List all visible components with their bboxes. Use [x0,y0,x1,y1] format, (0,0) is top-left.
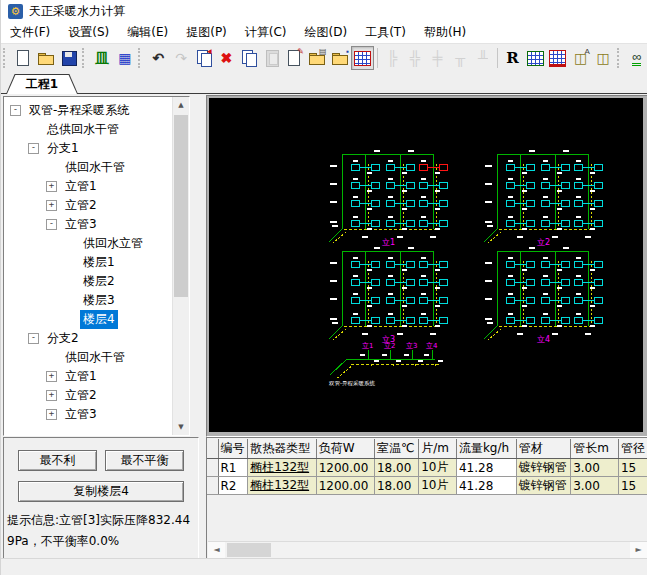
cell-管长m[interactable]: 3.00 [571,459,619,477]
radiator-count-button[interactable]: R [501,46,524,70]
row-header[interactable] [207,459,218,477]
tree-item-楼层1[interactable]: 楼层1 [4,253,173,272]
cell-片/m[interactable]: 10片 [419,459,457,477]
align-riser-button[interactable]: ╬ [404,46,427,70]
menu-item-3[interactable]: 提图(P) [177,22,236,43]
cell-负荷W[interactable]: 1200.00 [316,459,374,477]
collapse-icon[interactable]: - [28,143,39,154]
collapse-icon[interactable]: - [10,105,21,116]
radiator-table-button[interactable]: 皿 [91,46,114,70]
col-header-8[interactable]: 管径 [618,439,647,459]
lower-pipe-button[interactable]: ╥ [449,46,472,70]
calc-radiator-button[interactable] [524,46,547,70]
tree-item-楼层4[interactable]: 楼层4 [4,310,173,329]
cell-散热器类型[interactable]: 椭柱132型 [248,459,316,477]
table-hscrollbar[interactable]: ◄ ► [208,541,647,558]
tree-item-双管-异程采暖系统[interactable]: -双管-异程采暖系统 [4,101,173,120]
tab-project1[interactable]: 工程1 [6,74,78,94]
edit-data-button[interactable]: ✎ [283,46,306,70]
expand-icon[interactable]: + [46,390,57,401]
new-file-button[interactable] [12,46,35,70]
tree-scroll-thumb[interactable] [174,115,188,297]
copy-floor-button[interactable]: 复制楼层4 [18,481,184,502]
col-header-5[interactable]: 流量kg/h [456,439,516,459]
cell-编号[interactable]: R2 [218,477,248,495]
table-scroll-thumb[interactable] [227,543,271,557]
collapse-icon[interactable]: - [46,219,57,230]
tree-scrollbar[interactable]: ▲ ▼ [172,97,189,435]
col-header-1[interactable]: 散热器类型 [248,439,316,459]
cell-管径[interactable]: 15 [618,459,647,477]
menu-item-1[interactable]: 设置(S) [59,22,118,43]
tree-item-立管3[interactable]: -立管3 [4,215,173,234]
spec-book-button[interactable]: ◫ [592,46,615,70]
insert-radiator-button[interactable]: ╪ [426,46,449,70]
expand-icon[interactable]: + [46,181,57,192]
tree-item-供回水干管[interactable]: 供回水干管 [4,158,173,177]
scroll-down-icon[interactable]: ▼ [173,419,189,435]
tree-item-立管1[interactable]: +立管1 [4,367,173,386]
tree-item-楼层2[interactable]: 楼层2 [4,272,173,291]
cell-室温℃[interactable]: 18.00 [374,477,418,495]
cell-编号[interactable]: R1 [218,459,248,477]
tree-item-分支1[interactable]: -分支1 [4,139,173,158]
row-header[interactable] [207,477,218,495]
cell-管材[interactable]: 镀锌钢管 [516,459,570,477]
copy-button[interactable] [238,46,261,70]
most-unbalanced-button[interactable]: 最不平衡 [105,450,184,471]
redo-button[interactable]: ↷ [170,46,193,70]
cell-管长m[interactable]: 3.00 [571,477,619,495]
cell-管径[interactable]: 15 [618,477,647,495]
cell-管材[interactable]: 镀锌钢管 [516,477,570,495]
tree-item-楼层3[interactable]: 楼层3 [4,291,173,310]
scroll-right-icon[interactable]: ► [630,542,647,558]
cell-流量kg/h[interactable]: 41.28 [456,477,516,495]
col-header-7[interactable]: 管长m [571,439,619,459]
expand-icon[interactable]: + [46,409,57,420]
scroll-left-icon[interactable]: ◄ [208,542,225,558]
col-header-0[interactable]: 编号 [218,439,248,459]
menu-item-4[interactable]: 计算(C) [236,22,296,43]
riser-grid-button[interactable]: ▦ [114,46,137,70]
cad-canvas[interactable]: 立1立2立3立4立1立2立3立4双管-异程采暖系统 [209,98,643,432]
open-file-button[interactable] [35,46,58,70]
tree-item-分支2[interactable]: -分支2 [4,329,173,348]
tree-item-立管2[interactable]: +立管2 [4,386,173,405]
extract-drawing-button[interactable]: ◄ [192,46,215,70]
expand-icon[interactable]: + [46,200,57,211]
most-unfavorable-button[interactable]: 最不利 [18,450,97,471]
collapse-icon[interactable]: - [28,333,39,344]
col-header-3[interactable]: 室温℃ [374,439,418,459]
undo-button[interactable]: ↶ [147,46,170,70]
export-drawing-button[interactable]: ▪ [329,46,352,70]
tree-item-总供回水干管[interactable]: 总供回水干管 [4,120,173,139]
menu-item-7[interactable]: 帮助(H) [415,22,475,43]
col-header-6[interactable]: 管材 [516,439,570,459]
tree-item-供回水立管[interactable]: 供回水立管 [4,234,173,253]
cell-散热器类型[interactable]: 椭柱132型 [248,477,316,495]
menu-item-0[interactable]: 文件(F) [1,22,59,43]
delete-button[interactable]: ✖ [215,46,238,70]
preview-table-button[interactable] [351,46,374,70]
connect-riser-button[interactable]: ╠ [381,46,404,70]
menu-item-2[interactable]: 编辑(E) [118,22,177,43]
expand-icon[interactable]: + [46,371,57,382]
load-drawing-button[interactable]: ▤ [306,46,329,70]
menu-item-5[interactable]: 绘图(D) [296,22,357,43]
tree-item-立管2[interactable]: +立管2 [4,196,173,215]
paste-button[interactable] [260,46,283,70]
tree-item-立管1[interactable]: +立管1 [4,177,173,196]
cell-室温℃[interactable]: 18.00 [374,459,418,477]
tree-item-立管3[interactable]: +立管3 [4,405,173,424]
spec-book-a-button[interactable]: ◫A [569,46,592,70]
menu-item-6[interactable]: 工具(T) [356,22,415,43]
tree-item-供回水干管[interactable]: 供回水干管 [4,348,173,367]
cell-片/m[interactable]: 10片 [419,477,457,495]
raise-pipe-button[interactable]: ╨ [472,46,495,70]
col-header-4[interactable]: 片/m [419,439,457,459]
cell-流量kg/h[interactable]: 41.28 [456,459,516,477]
cell-负荷W[interactable]: 1200.00 [316,477,374,495]
scroll-up-icon[interactable]: ▲ [173,97,189,113]
view-link-button[interactable]: ∞ [625,46,647,70]
calc-hydraulic-button[interactable] [547,46,570,70]
